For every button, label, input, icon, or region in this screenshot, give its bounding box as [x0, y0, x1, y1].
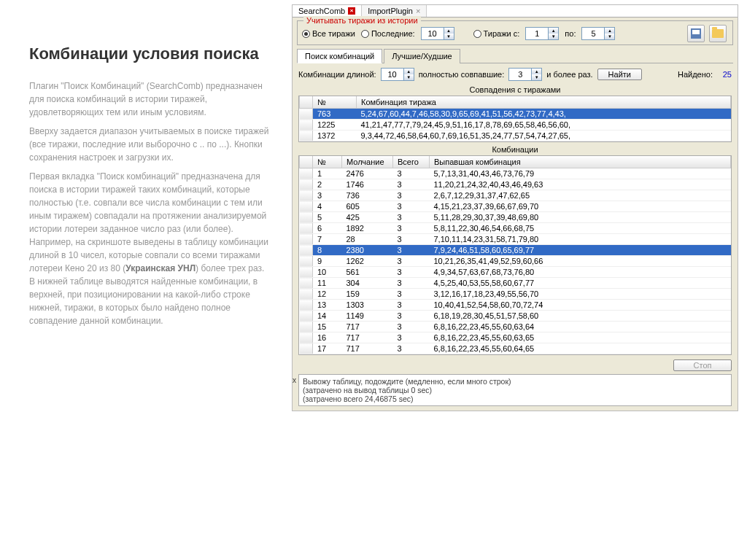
- disk-icon: [691, 28, 701, 39]
- radio-all-draws[interactable]: Все тиражи: [302, 29, 355, 38]
- table-row[interactable]: 1215933,12,16,17,18,23,49,55,56,70: [300, 289, 731, 300]
- log-output: x Вывожу таблицу, подождите (медленно, е…: [298, 374, 732, 406]
- stop-button[interactable]: Стоп: [673, 359, 732, 371]
- chevron-up-icon[interactable]: ▲: [604, 28, 614, 34]
- col-silence[interactable]: Молчание: [342, 156, 393, 168]
- radio-icon: [361, 30, 369, 38]
- table-row[interactable]: 460534,15,21,23,37,39,66,67,69,70: [300, 201, 731, 212]
- radio-last-draws[interactable]: Последние:: [361, 29, 415, 38]
- tab-searchcomb[interactable]: SearchComb ×: [293, 5, 362, 17]
- more-label: и более раз.: [546, 70, 592, 79]
- table-row[interactable]: 1247635,7,13,31,40,43,46,73,76,79: [300, 168, 731, 179]
- table-row[interactable]: 91262310,21,26,35,41,49,52,59,60,66: [300, 256, 731, 267]
- chevron-down-icon[interactable]: ▼: [604, 34, 614, 39]
- found-label: Найдено:: [678, 70, 713, 79]
- article-pane: Комбинации условия поиска Плагин "Поиск …: [0, 0, 292, 560]
- chevron-up-icon[interactable]: ▲: [403, 69, 414, 74]
- table-row[interactable]: 1771736,8,16,22,23,45,55,60,64,65: [300, 343, 731, 354]
- table-row[interactable]: 1571736,8,16,22,23,45,55,60,63,64: [300, 322, 731, 332]
- to-input[interactable]: [582, 28, 604, 39]
- tab-importplugin[interactable]: ImportPlugin ×: [362, 5, 427, 17]
- table-row[interactable]: 13729,3,44,72,46,58,64,60,7,69,16,51,35,…: [300, 131, 731, 141]
- combos-table: № Молчание Всего Выпавшая комбинация 124…: [299, 156, 731, 354]
- last-count-spinner[interactable]: ▲▼: [421, 27, 454, 40]
- matches-table: № Комбинация тиража 7635,24,67,60,44,7,4…: [299, 96, 731, 141]
- radio-icon: [473, 30, 481, 38]
- table-row[interactable]: 21746311,20,21,24,32,40,43,46,49,63: [300, 179, 731, 190]
- col-number[interactable]: №: [313, 156, 342, 168]
- length-input[interactable]: [382, 69, 403, 80]
- table-row[interactable]: 6189235,8,11,22,30,46,54,66,68,75: [300, 223, 731, 234]
- subtab-bestworst[interactable]: Лучшие/Худшие: [384, 49, 460, 63]
- table-row[interactable]: 1671736,8,16,22,23,45,55,60,63,65: [300, 332, 731, 343]
- table-row[interactable]: 1130434,5,25,40,53,55,58,60,67,77: [300, 278, 731, 289]
- table-row[interactable]: 14114936,18,19,28,30,45,51,57,58,60: [300, 311, 731, 322]
- col-number[interactable]: №: [313, 96, 357, 109]
- app-window: SearchComb × ImportPlugin × Учитывать ти…: [292, 4, 738, 411]
- chevron-up-icon[interactable]: ▲: [531, 69, 541, 74]
- close-icon[interactable]: ×: [416, 7, 420, 15]
- from-input[interactable]: [526, 28, 548, 39]
- table-row[interactable]: 8238037,9,24,46,51,58,60,65,69,77: [300, 245, 731, 256]
- paragraph: Плагин "Поиск Комбинаций" (SearchComb) п…: [29, 79, 270, 119]
- last-count-input[interactable]: [422, 28, 444, 39]
- col-total[interactable]: Всего: [393, 156, 430, 168]
- match-spinner[interactable]: ▲▼: [508, 68, 542, 81]
- length-label: Комбинации длиной:: [298, 70, 376, 79]
- to-spinner[interactable]: ▲▼: [581, 27, 615, 40]
- col-combo[interactable]: Выпавшая комбинация: [430, 156, 731, 168]
- radio-range-draws[interactable]: Тиражи с:: [473, 29, 520, 38]
- table-row[interactable]: 542535,11,28,29,30,37,39,48,69,80: [300, 212, 731, 223]
- chevron-down-icon[interactable]: ▼: [444, 34, 454, 39]
- chevron-down-icon[interactable]: ▼: [548, 34, 558, 39]
- chevron-up-icon[interactable]: ▲: [444, 28, 454, 34]
- folder-icon: [712, 29, 724, 38]
- chevron-down-icon[interactable]: ▼: [403, 74, 414, 80]
- page-title: Комбинации условия поиска: [29, 44, 270, 65]
- radio-icon: [302, 30, 310, 38]
- paragraph: Вверху задается диапазон учитываемых в п…: [29, 125, 270, 164]
- table-row[interactable]: 131303310,40,41,52,54,58,60,70,72,74: [300, 300, 731, 311]
- chevron-up-icon[interactable]: ▲: [548, 28, 558, 34]
- length-spinner[interactable]: ▲▼: [381, 68, 414, 81]
- match-label: полностью совпавшие:: [419, 70, 505, 79]
- save-button[interactable]: [687, 25, 705, 42]
- table-row[interactable]: 373632,6,7,12,29,31,37,47,62,65: [300, 190, 731, 201]
- close-log-icon[interactable]: x: [293, 376, 296, 384]
- groupbox-title: Учитывать тиражи из истории: [303, 16, 421, 25]
- open-button[interactable]: [709, 25, 727, 42]
- find-button[interactable]: Найти: [597, 69, 642, 80]
- from-spinner[interactable]: ▲▼: [525, 27, 559, 40]
- col-combination[interactable]: Комбинация тиража: [357, 96, 731, 109]
- table-row[interactable]: 72837,10,11,14,23,31,58,71,79,80: [300, 234, 731, 245]
- subtab-search[interactable]: Поиск комбинаций: [297, 49, 382, 63]
- match-input[interactable]: [509, 69, 531, 80]
- chevron-down-icon[interactable]: ▼: [531, 74, 541, 80]
- paragraph: Первая вкладка "Поиск комбинаций" предна…: [29, 170, 270, 327]
- matches-title: Совпадения с тиражами: [293, 85, 738, 94]
- table-row[interactable]: 7635,24,67,60,44,7,46,58,30,9,65,69,41,5…: [300, 109, 731, 120]
- close-icon[interactable]: ×: [348, 7, 355, 15]
- found-value: 25: [717, 70, 732, 79]
- table-row[interactable]: 122541,21,47,77,7,79,24,45,9,51,16,17,8,…: [300, 120, 731, 131]
- table-row[interactable]: 1056134,9,34,57,63,67,68,73,76,80: [300, 267, 731, 278]
- combos-title: Комбинации: [293, 145, 738, 154]
- to-label: по:: [565, 29, 576, 38]
